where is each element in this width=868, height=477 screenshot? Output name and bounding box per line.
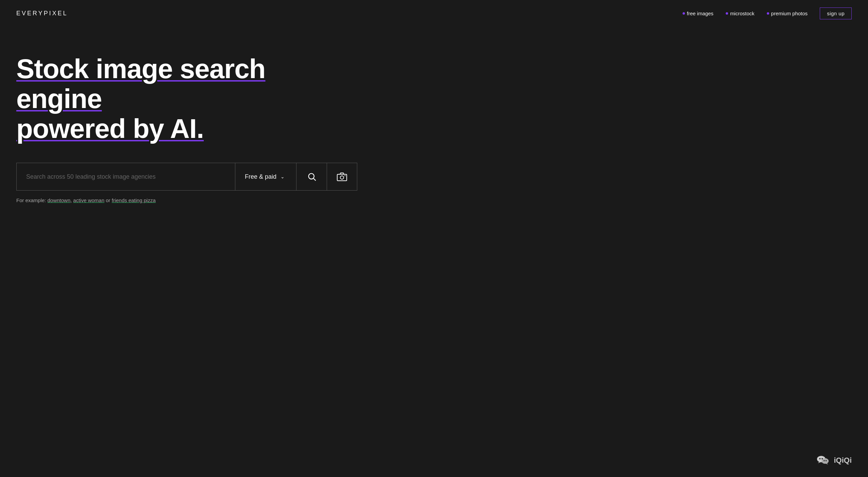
- search-bar: Free & paid ⌄: [16, 163, 357, 191]
- nav-item-microstock[interactable]: microstock: [726, 11, 755, 16]
- search-icon: [307, 172, 317, 181]
- logo[interactable]: EVERYPIXEL: [16, 10, 68, 17]
- examples-connector1: ,: [70, 197, 73, 203]
- svg-point-8: [822, 458, 823, 459]
- svg-point-0: [308, 174, 314, 179]
- svg-point-3: [340, 176, 344, 179]
- camera-search-button[interactable]: [327, 163, 357, 191]
- svg-point-10: [826, 460, 827, 461]
- svg-point-4: [345, 175, 346, 176]
- examples-text: For example: downtown, active woman or f…: [16, 197, 357, 203]
- main-nav: free images microstock premium photos si…: [683, 7, 852, 19]
- filter-dropdown[interactable]: Free & paid ⌄: [235, 163, 296, 191]
- search-button[interactable]: [296, 163, 327, 191]
- nav-dot-free-images: [683, 12, 685, 15]
- watermark: iQiQi: [816, 453, 852, 467]
- watermark-text: iQiQi: [834, 456, 852, 465]
- examples-connector2: or: [104, 197, 112, 203]
- svg-line-1: [313, 178, 315, 180]
- signup-button[interactable]: sign up: [820, 7, 852, 19]
- wechat-icon: [816, 453, 830, 467]
- example-link-active-woman[interactable]: active woman: [73, 197, 105, 203]
- example-link-downtown[interactable]: downtown: [48, 197, 71, 203]
- search-input[interactable]: [17, 163, 235, 190]
- hero-title: Stock image search engine powered by AI.: [16, 54, 357, 144]
- nav-item-free-images[interactable]: free images: [683, 11, 713, 16]
- svg-point-7: [819, 458, 821, 459]
- camera-icon: [337, 172, 347, 181]
- filter-label: Free & paid: [245, 173, 276, 180]
- nav-item-premium-photos[interactable]: premium photos: [767, 11, 808, 16]
- example-link-friends-eating-pizza[interactable]: friends eating pizza: [112, 197, 156, 203]
- nav-dot-premium-photos: [767, 12, 769, 15]
- search-input-wrapper: [16, 163, 235, 191]
- nav-dot-microstock: [726, 12, 728, 15]
- examples-prefix: For example:: [16, 197, 48, 203]
- svg-point-9: [824, 460, 825, 461]
- chevron-down-icon: ⌄: [281, 174, 285, 179]
